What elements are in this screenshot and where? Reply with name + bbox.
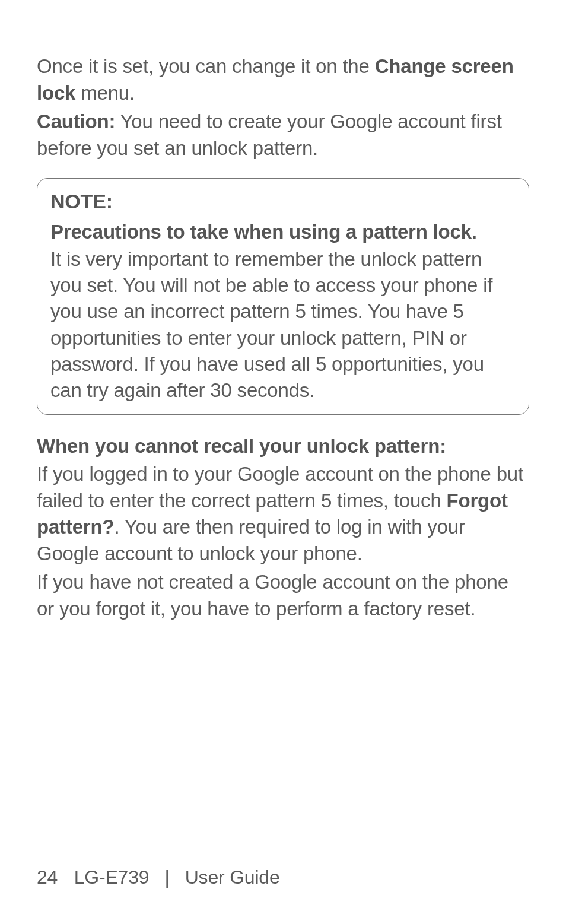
text-run: Once it is set, you can change it on the xyxy=(37,55,375,77)
footer-guide-label: User Guide xyxy=(185,866,280,888)
paragraph-change-screen-lock: Once it is set, you can change it on the… xyxy=(37,53,529,106)
footer-rule xyxy=(37,858,256,858)
note-subtitle: Precautions to take when using a pattern… xyxy=(50,219,516,245)
bold-caution-label: Caution: xyxy=(37,110,115,132)
document-page: Once it is set, you can change it on the… xyxy=(0,0,566,924)
paragraph-factory-reset: If you have not created a Google account… xyxy=(37,569,529,622)
footer-text: 24 LG-E739 | User Guide xyxy=(37,866,566,888)
footer-model: LG-E739 xyxy=(74,866,150,888)
section-heading: When you cannot recall your unlock patte… xyxy=(37,435,529,458)
note-box: NOTE: Precautions to take when using a p… xyxy=(37,178,529,415)
note-body: It is very important to remember the unl… xyxy=(50,246,516,404)
footer-separator: | xyxy=(164,866,169,888)
paragraph-forgot-pattern: If you logged in to your Google account … xyxy=(37,461,529,567)
note-title: NOTE: xyxy=(50,188,516,215)
paragraph-caution: Caution: You need to create your Google … xyxy=(37,109,529,161)
text-run: menu. xyxy=(75,82,135,104)
page-footer: 24 LG-E739 | User Guide xyxy=(0,858,566,888)
page-number: 24 xyxy=(37,866,69,888)
